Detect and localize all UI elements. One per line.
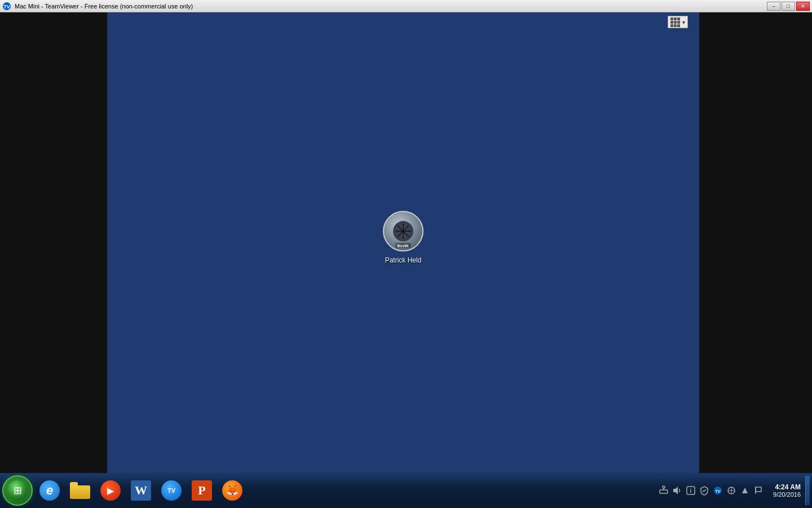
tray-icon-security[interactable] [699, 485, 710, 496]
avatar-image: BosW. [384, 212, 422, 251]
taskbar-icon-internet-explorer[interactable]: e [35, 476, 64, 505]
tray-icon-volume[interactable] [672, 485, 683, 496]
title-bar-left: TV Mac Mini - TeamViewer - Free license … [2, 2, 193, 11]
window-controls: – □ ✕ [767, 2, 810, 11]
presentation-icon: P [192, 480, 212, 501]
start-button[interactable]: ⊞ [2, 475, 33, 506]
taskbar-icons: e ▶ W TV P 🦊 [35, 476, 654, 505]
grid-dot [670, 17, 673, 20]
grid-dot [674, 24, 677, 27]
maximize-button[interactable]: □ [782, 2, 795, 11]
taskbar-icon-presentation[interactable]: P [187, 476, 217, 505]
tray-icon-location[interactable] [726, 485, 737, 496]
window-title: Mac Mini - TeamViewer - Free license (no… [15, 3, 193, 10]
close-button[interactable]: ✕ [796, 2, 810, 11]
svg-marker-5 [673, 487, 678, 494]
grid-dot [677, 21, 680, 24]
remote-desktop-area[interactable]: ▾ BosW. Patrick Held [107, 12, 699, 473]
svg-rect-2 [660, 490, 668, 493]
title-bar: TV Mac Mini - TeamViewer - Free license … [0, 0, 812, 12]
clock-date: 9/20/2016 [773, 491, 801, 498]
grid-dot [670, 24, 673, 27]
right-panel [699, 12, 812, 473]
show-desktop-button[interactable] [805, 476, 810, 505]
minimize-button[interactable]: – [767, 2, 780, 11]
user-profile[interactable]: BosW. Patrick Held [383, 211, 423, 264]
grid-dot [677, 17, 680, 20]
windows-logo: ⊞ [14, 484, 22, 497]
grid-dot [674, 17, 677, 20]
file-explorer-icon [70, 482, 90, 499]
grid-dot [674, 21, 677, 24]
media-player-icon: ▶ [100, 480, 121, 501]
taskbar-icon-file-explorer[interactable] [65, 476, 95, 505]
user-name-label: Patrick Held [385, 256, 422, 264]
tray-icon-action-center[interactable]: i [685, 485, 696, 496]
tray-icon-arrow[interactable] [739, 485, 751, 496]
avatar-hub [393, 221, 413, 242]
taskbar-icon-teamviewer[interactable]: TV [157, 476, 186, 505]
firefox-icon: 🦊 [222, 480, 242, 501]
grid-icon [670, 17, 680, 27]
grid-dot [670, 21, 673, 24]
svg-point-3 [663, 486, 665, 488]
taskbar-icon-word[interactable]: W [126, 476, 156, 505]
left-panel [0, 12, 107, 473]
chevron-down-icon: ▾ [682, 19, 685, 25]
folder-body [70, 485, 90, 499]
tray-icon-flag[interactable] [753, 485, 764, 496]
svg-text:TV: TV [716, 489, 721, 493]
internet-explorer-icon: e [39, 480, 60, 501]
avatar-label: BosW. [395, 243, 411, 248]
taskbar-icon-firefox[interactable]: 🦊 [218, 476, 247, 505]
word-icon: W [131, 480, 151, 501]
system-tray: i TV [654, 485, 769, 496]
clock-time: 4:24 AM [775, 483, 801, 491]
tray-icon-network[interactable] [658, 485, 669, 496]
taskbar: ⊞ e ▶ W TV P 🦊 [0, 473, 812, 508]
svg-rect-14 [756, 487, 761, 492]
svg-text:TV: TV [3, 4, 10, 10]
taskbar-icon-media-player[interactable]: ▶ [96, 476, 125, 505]
clock[interactable]: 4:24 AM 9/20/2016 [769, 483, 805, 498]
teamviewer-app-icon: TV [2, 2, 11, 11]
start-orb: ⊞ [7, 480, 28, 501]
toolbar-widget[interactable]: ▾ [668, 16, 688, 28]
tray-icon-teamviewer-tray[interactable]: TV [712, 485, 723, 496]
svg-marker-13 [742, 488, 748, 493]
svg-text:i: i [690, 488, 692, 494]
remote-toolbar[interactable]: ▾ [668, 16, 688, 28]
avatar[interactable]: BosW. [383, 211, 423, 252]
teamviewer-icon: TV [161, 480, 182, 501]
grid-dot [677, 24, 680, 27]
